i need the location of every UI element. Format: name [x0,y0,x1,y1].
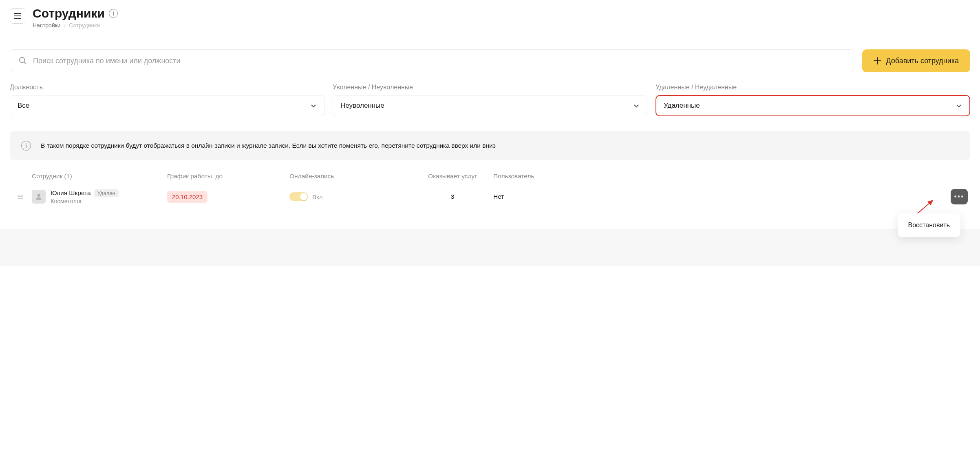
toolbar: Добавить сотрудника [10,49,970,72]
status-badge: Удален [94,189,119,197]
add-employee-button[interactable]: Добавить сотрудника [862,49,970,72]
cell-user: Нет [493,193,943,200]
drag-icon [17,194,24,199]
restore-menu-item[interactable]: Восстановить [908,222,950,229]
chevron-down-icon [956,102,962,109]
info-icon: i [21,141,31,151]
chevron-down-icon [633,102,640,109]
th-online: Онлайн-запись [289,173,412,180]
filter-deleted: Удаленные / Неудаленные Удаленные [656,84,970,116]
cell-actions: ••• [943,189,968,204]
title-area: Сотрудники i Настройки › Сотрудники [33,7,118,29]
info-icon[interactable]: i [109,9,118,18]
search-icon [18,56,27,65]
online-toggle[interactable] [289,192,308,201]
filters-row: Должность Все Уволенные / Неуволенные Не… [10,84,970,116]
filter-deleted-label: Удаленные / Неудаленные [656,84,970,91]
drag-handle[interactable] [12,194,29,199]
page-title: Сотрудники [33,7,105,20]
svg-point-10 [38,194,40,197]
menu-button[interactable] [10,8,25,24]
th-schedule: График работы, до [167,173,289,180]
page-content: Добавить сотрудника Должность Все Уволен… [0,37,980,204]
avatar [32,190,46,204]
svg-point-3 [20,58,25,63]
employee-name-row: Юлия Шкрета Удален [51,189,119,197]
online-toggle-label: Вкл [312,193,323,200]
breadcrumb-root[interactable]: Настройки [33,22,61,29]
info-banner-text: В таком порядке сотрудники будут отображ… [41,142,496,149]
employee-info: Юлия Шкрета Удален Косметолог [51,189,119,204]
row-dropdown-menu: Восстановить [898,213,960,237]
search-wrapper [10,49,854,72]
filter-position: Должность Все [10,84,324,116]
filter-position-value: Все [18,102,29,110]
th-employee: Сотрудник (1) [29,173,167,180]
th-user: Пользователь [493,173,943,180]
footer-area [0,229,980,266]
filter-position-label: Должность [10,84,324,91]
chevron-right-icon: › [64,22,66,29]
cell-services: 3 [412,193,493,200]
title-row: Сотрудники i [33,7,118,20]
filter-fired: Уволенные / Неуволенные Неуволенные [333,84,647,116]
cell-employee: Юлия Шкрета Удален Косметолог [29,189,167,204]
filter-deleted-select[interactable]: Удаленные [656,95,970,116]
table-header: Сотрудник (1) График работы, до Онлайн-з… [10,173,970,180]
cell-online: Вкл [289,192,412,201]
more-button[interactable]: ••• [951,189,968,204]
filter-position-select[interactable]: Все [10,95,324,116]
person-icon [35,193,43,201]
filter-fired-label: Уволенные / Неуволенные [333,84,647,91]
hamburger-icon [14,13,21,19]
cell-schedule: 20.10.2023 [167,191,289,203]
filter-deleted-value: Удаленные [664,102,700,110]
table-row: Юлия Шкрета Удален Косметолог 20.10.2023… [10,189,970,204]
chevron-down-icon [310,102,317,109]
breadcrumb-current: Сотрудники [69,22,100,29]
employee-name[interactable]: Юлия Шкрета [51,189,91,197]
employee-role: Косметолог [51,198,119,204]
breadcrumb: Настройки › Сотрудники [33,22,118,29]
search-input[interactable] [33,57,845,65]
th-services: Оказывает услуг [412,173,493,180]
add-employee-label: Добавить сотрудника [886,57,959,65]
info-banner: i В таком порядке сотрудники будут отобр… [10,131,970,160]
svg-line-4 [24,62,26,64]
filter-fired-value: Неуволенные [340,102,384,110]
schedule-date-badge: 20.10.2023 [167,191,207,203]
plus-icon [874,57,881,64]
page-header: Сотрудники i Настройки › Сотрудники [0,0,980,37]
filter-fired-select[interactable]: Неуволенные [333,95,647,116]
